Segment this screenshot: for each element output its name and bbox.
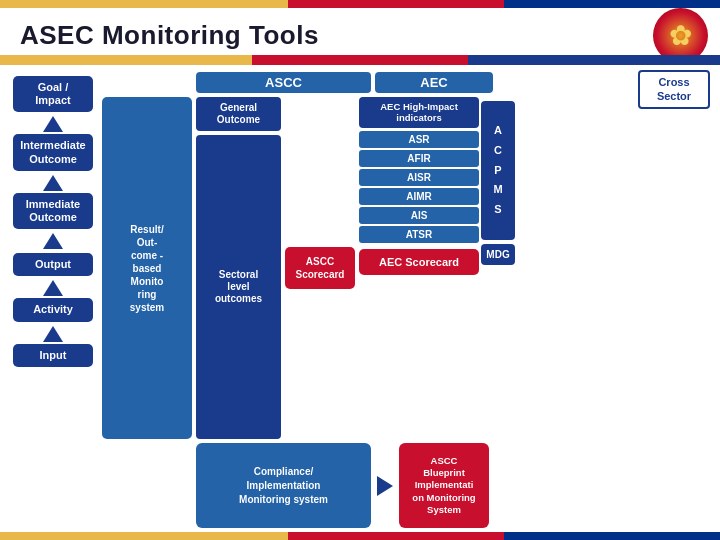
aec-column-header: AEC: [375, 72, 493, 93]
ascc-scorecard-box: ASCCScorecard: [285, 247, 355, 289]
aec-scorecard-box: AEC Scorecard: [359, 249, 479, 275]
left-col: Goal /Impact IntermediateOutcome Immedia…: [8, 72, 98, 528]
ascc-column-header: ASCC: [196, 72, 371, 93]
aec-aimr: AIMR: [359, 188, 479, 205]
arrow-up-3: [43, 233, 63, 249]
arrow-up-2: [43, 175, 63, 191]
sectoral-outcome-box: Sectoralleveloutcomes: [196, 135, 281, 439]
general-outcome-box: GeneralOutcome: [196, 97, 281, 131]
compliance-box: Compliance/ImplementationMonitoring syst…: [196, 443, 371, 528]
result-outcome-box: Result/Out-come -basedMonitoringsystem: [102, 97, 192, 439]
top-color-bar: [0, 0, 720, 8]
arrow-up-4: [43, 280, 63, 296]
main-content: Goal /Impact IntermediateOutcome Immedia…: [0, 68, 720, 532]
blueprint-box: ASCCBlueprintImplementation MonitoringSy…: [399, 443, 489, 528]
ascc-scorecard-col: ASCCScorecard: [285, 97, 355, 439]
aec-atsr: ATSR: [359, 226, 479, 243]
right-col: ACPMS MDG: [479, 97, 517, 439]
level-goal: Goal /Impact: [13, 76, 93, 112]
aec-asr: ASR: [359, 131, 479, 148]
arrow-right-icon: [377, 476, 393, 496]
asean-logo-glyph: ✿: [669, 19, 692, 52]
acpms-box: ACPMS: [481, 101, 515, 240]
level-immediate: ImmediateOutcome: [13, 193, 93, 229]
level-output: Output: [13, 253, 93, 276]
outcomes-col: GeneralOutcome Sectoralleveloutcomes: [196, 97, 281, 439]
center-col: ASCC AEC Result/Out-come -basedMonitorin…: [98, 72, 712, 528]
aec-aisr: AISR: [359, 169, 479, 186]
page-title: ASEC Monitoring Tools: [20, 20, 319, 51]
bottom-section: Compliance/ImplementationMonitoring syst…: [102, 443, 708, 528]
aec-col: AEC High-Impactindicators ASR AFIR AISR …: [359, 97, 479, 439]
header-arc: [0, 55, 720, 65]
level-activity: Activity: [13, 298, 93, 321]
aec-ais: AIS: [359, 207, 479, 224]
arrow-up-5: [43, 326, 63, 342]
mdg-box: MDG: [481, 244, 515, 265]
aec-high-impact-label: AEC High-Impactindicators: [359, 97, 479, 128]
bottom-color-bar: [0, 532, 720, 540]
level-intermediate: IntermediateOutcome: [13, 134, 93, 170]
aec-afir: AFIR: [359, 150, 479, 167]
top-section: Result/Out-come -basedMonitoringsystem G…: [102, 97, 708, 439]
arrow-up-1: [43, 116, 63, 132]
level-input: Input: [13, 344, 93, 367]
